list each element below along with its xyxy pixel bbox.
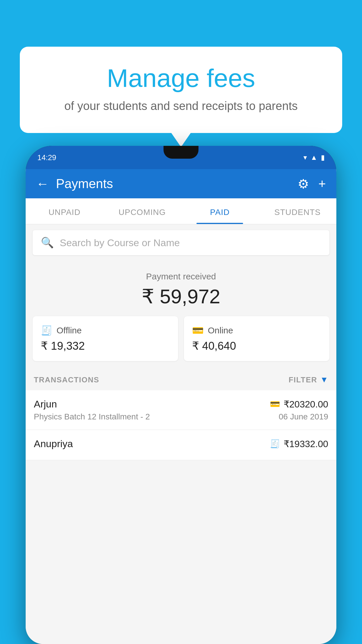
speech-bubble-container: Manage fees of your students and send re… xyxy=(20,47,342,133)
transaction-row-top: Arjun 💳 ₹20320.00 xyxy=(34,398,328,410)
payment-received-label: Payment received xyxy=(33,272,329,281)
online-card-header: 💳 Online xyxy=(192,325,321,336)
offline-card: 🧾 Offline ₹ 19,332 xyxy=(33,316,178,361)
filter-section[interactable]: FILTER ▼ xyxy=(289,375,328,384)
online-label: Online xyxy=(208,326,233,335)
battery-icon: ▮ xyxy=(321,153,325,162)
transaction-date: 06 June 2019 xyxy=(279,412,328,421)
wifi-icon: ▾ xyxy=(303,153,307,162)
transaction-row-bottom: Physics Batch 12 Installment - 2 06 June… xyxy=(34,412,328,421)
app-header: ← Payments ⚙ + xyxy=(26,169,336,198)
filter-icon: ▼ xyxy=(320,375,328,384)
transaction-amount-2: ₹19332.00 xyxy=(284,438,328,449)
transaction-amount: ₹20320.00 xyxy=(284,399,328,410)
header-icons: ⚙ + xyxy=(298,176,326,191)
status-time: 14:29 xyxy=(37,153,56,162)
online-card: 💳 Online ₹ 40,640 xyxy=(184,316,329,361)
phone-frame: 14:29 ▾ ▲ ▮ ← Payments ⚙ + UNPAID UPCOMI… xyxy=(26,146,336,644)
tab-students[interactable]: STUDENTS xyxy=(259,198,337,224)
online-icon: 💳 xyxy=(192,325,204,336)
settings-icon[interactable]: ⚙ xyxy=(298,176,309,191)
transactions-header: TRANSACTIONS FILTER ▼ xyxy=(26,369,336,390)
search-bar[interactable]: 🔍 Search by Course or Name xyxy=(33,230,329,255)
phone-screen: ← Payments ⚙ + UNPAID UPCOMING PAID STUD… xyxy=(26,169,336,644)
back-icon: ← xyxy=(36,176,49,191)
offline-amount: ₹ 19,332 xyxy=(41,340,170,352)
bubble-subtitle: of your students and send receipts to pa… xyxy=(43,99,319,113)
phone-content: 🔍 Search by Course or Name Payment recei… xyxy=(26,224,336,644)
transaction-amount-row: 💳 ₹20320.00 xyxy=(270,399,328,410)
offline-label: Offline xyxy=(57,326,82,335)
offline-icon: 🧾 xyxy=(41,325,52,336)
back-button[interactable]: ← xyxy=(36,176,49,191)
speech-bubble: Manage fees of your students and send re… xyxy=(20,47,342,133)
filter-label: FILTER xyxy=(289,375,317,384)
offline-card-header: 🧾 Offline xyxy=(41,325,170,336)
transactions-label: TRANSACTIONS xyxy=(34,375,99,384)
transaction-name: Arjun xyxy=(34,398,57,410)
transaction-name-2: Anupriya xyxy=(34,438,73,449)
signal-icon: ▲ xyxy=(310,153,317,162)
status-icons: ▾ ▲ ▮ xyxy=(303,153,325,162)
bubble-title: Manage fees xyxy=(43,64,319,92)
tab-paid[interactable]: PAID xyxy=(181,198,259,224)
payment-received-amount: ₹ 59,972 xyxy=(33,285,329,308)
offline-payment-icon: 🧾 xyxy=(270,439,280,449)
tab-upcoming[interactable]: UPCOMING xyxy=(103,198,181,224)
payment-cards: 🧾 Offline ₹ 19,332 💳 Online ₹ 40,640 xyxy=(26,316,336,369)
search-placeholder: Search by Course or Name xyxy=(60,237,180,249)
tabs-container: UNPAID UPCOMING PAID STUDENTS xyxy=(26,198,336,224)
add-icon[interactable]: + xyxy=(318,176,326,191)
page-title: Payments xyxy=(56,176,291,191)
transaction-row-top-2: Anupriya 🧾 ₹19332.00 xyxy=(34,438,328,449)
status-bar: 14:29 ▾ ▲ ▮ xyxy=(26,146,336,169)
payment-received-section: Payment received ₹ 59,972 xyxy=(26,261,336,316)
transaction-item[interactable]: Arjun 💳 ₹20320.00 Physics Batch 12 Insta… xyxy=(26,390,336,430)
tab-unpaid[interactable]: UNPAID xyxy=(26,198,103,224)
card-payment-icon: 💳 xyxy=(270,399,280,409)
online-amount: ₹ 40,640 xyxy=(192,340,321,352)
search-icon: 🔍 xyxy=(41,237,54,249)
transaction-course: Physics Batch 12 Installment - 2 xyxy=(34,412,150,421)
transaction-item[interactable]: Anupriya 🧾 ₹19332.00 xyxy=(26,430,336,460)
transaction-amount-row-2: 🧾 ₹19332.00 xyxy=(270,438,328,449)
